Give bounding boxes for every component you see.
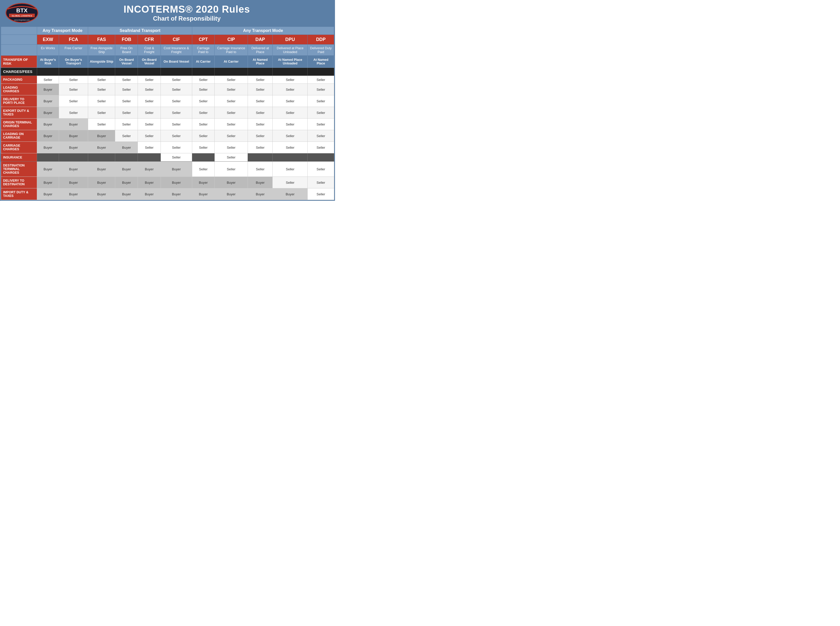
cell-0-4: Seller: [138, 76, 161, 84]
cell-1-2: Seller: [88, 84, 115, 95]
code-fas: FAS: [88, 35, 115, 45]
row-label-0: PACKAGING: [1, 76, 37, 84]
cell-1-8: Seller: [248, 84, 273, 95]
cell-9-4: Buyer: [138, 177, 161, 188]
desc-cpt: Carriage Paid to: [192, 45, 214, 56]
desc-exw: Ex Works: [37, 45, 59, 56]
svg-text:BTX: BTX: [16, 7, 28, 14]
sub-title: Chart of Responsibility: [44, 15, 330, 22]
desc-fas: Free Alongside Ship: [88, 45, 115, 56]
desc-fob: Free On Board: [115, 45, 138, 56]
cell-0-5: Seller: [161, 76, 192, 84]
desc-cfr: Cost & Freight: [138, 45, 161, 56]
btx-logo: BTX GLOBAL LOGISTICS www.btxglobal.com: [5, 3, 39, 23]
cell-5-2: Buyer: [88, 130, 115, 142]
cell-10-8: Buyer: [248, 188, 273, 200]
any-transport-1: Any Transport Mode: [37, 27, 88, 35]
cell-3-9: Seller: [273, 107, 308, 119]
cell-5-9: Seller: [273, 130, 308, 142]
cell-0-2: Seller: [88, 76, 115, 84]
code-cpt: CPT: [192, 35, 214, 45]
section-empty-5: [161, 68, 192, 76]
desc-dpu: Delivered at Place Unloaded: [273, 45, 308, 56]
cell-9-7: Buyer: [214, 177, 248, 188]
cell-3-5: Seller: [161, 107, 192, 119]
code-empty-cell: [1, 35, 37, 45]
cell-4-3: Seller: [115, 119, 138, 130]
data-row-7: INSURANCESellerSeller: [1, 153, 334, 161]
cell-7-3: [115, 153, 138, 161]
cell-1-5: Seller: [161, 84, 192, 95]
code-dpu: DPU: [273, 35, 308, 45]
cell-10-6: Buyer: [192, 188, 214, 200]
cell-10-3: Buyer: [115, 188, 138, 200]
row-label-7: INSURANCE: [1, 153, 37, 161]
cell-4-2: Seller: [88, 119, 115, 130]
cell-1-4: Seller: [138, 84, 161, 95]
risk-cif: On Board Vessel: [161, 56, 192, 68]
section-empty-9: [273, 68, 308, 76]
cell-2-1: Seller: [59, 95, 88, 107]
page-wrapper: BTX GLOBAL LOGISTICS www.btxglobal.com I…: [0, 0, 335, 201]
cell-3-10: Seller: [308, 107, 334, 119]
transport-header-row: Any Transport Mode Sea/Inland Transport …: [1, 27, 334, 35]
row-label-10: IMPORT DUTY & TAXES: [1, 188, 37, 200]
cell-0-9: Seller: [273, 76, 308, 84]
cell-6-7: Seller: [214, 142, 248, 153]
cell-3-1: Seller: [59, 107, 88, 119]
code-cip: CIP: [214, 35, 248, 45]
cell-5-7: Seller: [214, 130, 248, 142]
code-fca: FCA: [59, 35, 88, 45]
cell-4-5: Seller: [161, 119, 192, 130]
risk-exw: At Buyer's Risk: [37, 56, 59, 68]
cell-1-9: Seller: [273, 84, 308, 95]
incoterms-table: Any Transport Mode Sea/Inland Transport …: [1, 27, 334, 200]
cell-10-9: Buyer: [273, 188, 308, 200]
cell-2-7: Seller: [214, 95, 248, 107]
cell-1-7: Seller: [214, 84, 248, 95]
svg-text:GLOBAL LOGISTICS: GLOBAL LOGISTICS: [12, 15, 33, 17]
cell-9-8: Buyer: [248, 177, 273, 188]
code-header-row: EXW FCA FAS FOB CFR CIF CPT CIP DAP DPU …: [1, 35, 334, 45]
risk-row: TRANSFER OF RISK At Buyer's Risk On Buye…: [1, 56, 334, 68]
cell-9-6: Buyer: [192, 177, 214, 188]
row-label-5: LOADING ON CARRIAGE: [1, 130, 37, 142]
cell-1-3: Seller: [115, 84, 138, 95]
cell-6-5: Seller: [161, 142, 192, 153]
desc-ddp: Delivered Duty Paid: [308, 45, 334, 56]
section-empty-7: [214, 68, 248, 76]
header: BTX GLOBAL LOGISTICS www.btxglobal.com I…: [0, 0, 335, 26]
cell-6-2: Buyer: [88, 142, 115, 153]
cell-4-1: Buyer: [59, 119, 88, 130]
cell-5-1: Buyer: [59, 130, 88, 142]
cell-3-6: Seller: [192, 107, 214, 119]
desc-dap: Delivered at Place: [248, 45, 273, 56]
sea-inland: Sea/Inland Transport: [88, 27, 192, 35]
section-empty-2: [88, 68, 115, 76]
desc-fca: Free Carrier: [59, 45, 88, 56]
risk-cip: At Carrier: [214, 56, 248, 68]
cell-2-10: Seller: [308, 95, 334, 107]
row-label-4: ORIGIN TERMINAL CHARGES: [1, 119, 37, 130]
risk-label: TRANSFER OF RISK: [1, 56, 37, 68]
table-container: Any Transport Mode Sea/Inland Transport …: [0, 26, 335, 201]
cell-5-0: Buyer: [37, 130, 59, 142]
section-empty-10: [308, 68, 334, 76]
section-empty-3: [115, 68, 138, 76]
row-label-8: DESTINATION TERMINAL CHARGES: [1, 161, 37, 177]
cell-9-3: Buyer: [115, 177, 138, 188]
cell-10-5: Buyer: [161, 188, 192, 200]
cell-10-0: Buyer: [37, 188, 59, 200]
risk-cfr: On Board Vessel: [138, 56, 161, 68]
cell-7-2: [88, 153, 115, 161]
section-empty-8: [248, 68, 273, 76]
cell-0-8: Seller: [248, 76, 273, 84]
row-label-3: EXPORT DUTY & TAXES: [1, 107, 37, 119]
code-fob: FOB: [115, 35, 138, 45]
cell-3-0: Buyer: [37, 107, 59, 119]
cell-3-4: Seller: [138, 107, 161, 119]
cell-2-3: Seller: [115, 95, 138, 107]
cell-0-3: Seller: [115, 76, 138, 84]
cell-8-7: Seller: [214, 161, 248, 177]
risk-dpu: At Named Place Unloaded: [273, 56, 308, 68]
